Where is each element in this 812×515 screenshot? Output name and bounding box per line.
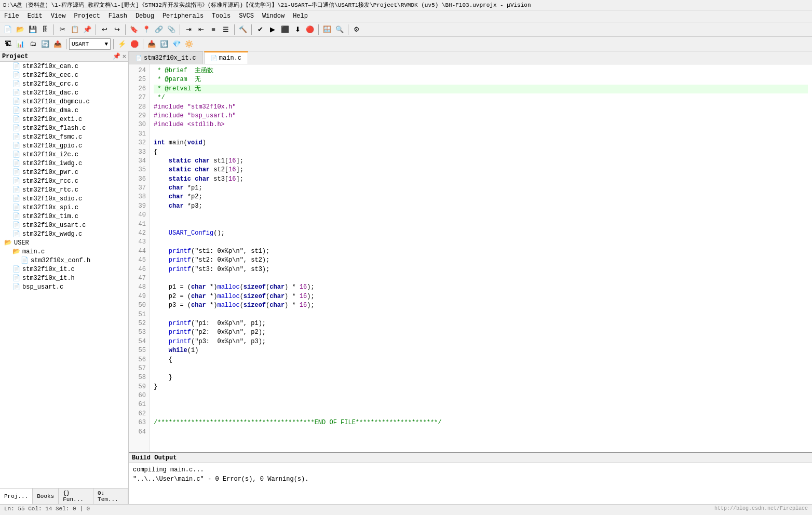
tree-item[interactable]: 📄stm32f10x_dma.c: [0, 106, 128, 115]
target-dropdown[interactable]: USART ▼: [69, 38, 111, 50]
tree-item[interactable]: 📄stm32f10x_can.c: [0, 62, 128, 71]
format1-btn[interactable]: ≡: [208, 24, 219, 35]
menu-project[interactable]: Project: [70, 11, 104, 21]
unindent-btn[interactable]: ⇤: [195, 24, 207, 35]
search-btn[interactable]: 🔍: [334, 24, 345, 35]
file-icon: 📄: [12, 204, 20, 211]
tb2-dl3-btn[interactable]: 💎: [171, 38, 182, 50]
tree-item[interactable]: 📄stm32f10x_dac.c: [0, 88, 128, 97]
window-btn[interactable]: 🪟: [321, 24, 333, 35]
tree-item[interactable]: 📄stm32f10x_conf.h: [0, 256, 128, 265]
tab-stm32f10x_it-c[interactable]: 📄stm32f10x_it.c: [129, 51, 203, 64]
tree-item[interactable]: 📄stm32f10x_flash.c: [0, 124, 128, 132]
indent-btn[interactable]: ⇥: [183, 24, 194, 35]
build-btn[interactable]: 🔨: [237, 24, 249, 35]
tree-item[interactable]: 📄bsp_usart.c: [0, 282, 128, 291]
panel-tab-3[interactable]: 0↓ Tem...: [93, 489, 128, 504]
tree-item[interactable]: 📄stm32f10x_exti.c: [0, 115, 128, 124]
menu-tools[interactable]: Tools: [208, 11, 235, 21]
tree-item[interactable]: 📄stm32f10x_pwr.c: [0, 168, 128, 177]
line-num: 53: [132, 328, 146, 337]
tree-item[interactable]: 📄stm32f10x_sdio.c: [0, 194, 128, 203]
file-icon: 📄: [12, 177, 20, 185]
tree-item[interactable]: 📄stm32f10x_tim.c: [0, 212, 128, 221]
save-btn[interactable]: 💾: [27, 24, 38, 35]
tree-item[interactable]: 📄stm32f10x_rcc.c: [0, 177, 128, 185]
tree-item[interactable]: 📄stm32f10x_it.c: [0, 265, 128, 274]
undo-btn[interactable]: ↩: [99, 24, 110, 35]
tree-item[interactable]: 📄stm32f10x_it.h: [0, 274, 128, 282]
menu-peripherals[interactable]: Peripherals: [158, 11, 208, 21]
menu-edit[interactable]: Edit: [23, 11, 47, 21]
redo-btn[interactable]: ↪: [111, 24, 123, 35]
code-content[interactable]: * @brief 主函数 * @param 无 * @retval 无 */ #…: [150, 64, 812, 452]
file-icon: 📄: [12, 71, 20, 79]
code-line: {: [154, 148, 808, 157]
tree-item-label: stm32f10x_dac.c: [22, 89, 78, 97]
format2-btn[interactable]: ☰: [220, 24, 232, 35]
tb2-dl4-btn[interactable]: 🔆: [183, 38, 195, 50]
tb2-btn3[interactable]: 🗂: [27, 38, 38, 50]
tb2-btn5[interactable]: 📤: [52, 38, 63, 50]
tree-item[interactable]: 📄stm32f10x_i2c.c: [0, 150, 128, 159]
bookmark3-btn[interactable]: 🔗: [153, 24, 165, 35]
menu-file[interactable]: File: [0, 11, 23, 21]
panel-tab-0[interactable]: Proj...: [0, 489, 33, 504]
new-file-btn[interactable]: 📄: [2, 24, 13, 35]
code-editor[interactable]: 2425262728293031323334353637383940414243…: [129, 64, 812, 452]
tb2-btn1[interactable]: 🏗: [2, 38, 13, 50]
tree-item-label: stm32f10x_tim.c: [22, 213, 78, 220]
run-btn[interactable]: ▶: [267, 24, 278, 35]
code-line: [154, 410, 808, 418]
debug-btn[interactable]: 🔴: [304, 24, 316, 35]
save-all-btn[interactable]: 🗄: [39, 24, 51, 35]
file-icon: 📄: [12, 142, 20, 150]
open-btn[interactable]: 📂: [15, 24, 26, 35]
check-btn[interactable]: ✔: [254, 24, 266, 35]
code-line: * @param 无: [154, 75, 808, 84]
tree-item[interactable]: 📄stm32f10x_cec.c: [0, 71, 128, 79]
tb2-run-btn[interactable]: ⚡: [116, 38, 128, 50]
panel-pin-btn[interactable]: 📌: [113, 52, 120, 60]
tb2-dl2-btn[interactable]: 🔃: [158, 38, 170, 50]
menu-svcs[interactable]: SVCS: [235, 11, 258, 21]
tree-item[interactable]: 📄stm32f10x_crc.c: [0, 79, 128, 88]
tb2-btn4[interactable]: 🔄: [39, 38, 51, 50]
bookmark1-btn[interactable]: 🔖: [128, 24, 140, 35]
tree-item[interactable]: 📄stm32f10x_spi.c: [0, 203, 128, 212]
tb2-stop-btn[interactable]: 🛑: [129, 38, 140, 50]
menu-view[interactable]: View: [47, 11, 70, 21]
tb2-dl1-btn[interactable]: 📥: [146, 38, 157, 50]
tab-main-c[interactable]: 📄main.c: [204, 51, 248, 64]
file-icon: 📄: [12, 230, 20, 238]
tree-item[interactable]: 📄stm32f10x_usart.c: [0, 221, 128, 229]
settings-btn[interactable]: ⚙: [351, 24, 362, 35]
tree-item[interactable]: 📄stm32f10x_fsmc.c: [0, 132, 128, 141]
menu-help[interactable]: Help: [289, 11, 312, 21]
tree-item[interactable]: 📄stm32f10x_wwdg.c: [0, 229, 128, 238]
panel-close-btn[interactable]: ✕: [123, 52, 126, 60]
bookmark2-btn[interactable]: 📍: [141, 24, 152, 35]
menu-flash[interactable]: Flash: [104, 11, 131, 21]
file-icon: 📄: [12, 89, 20, 97]
menu-debug[interactable]: Debug: [131, 11, 158, 21]
cut-btn[interactable]: ✂: [57, 24, 68, 35]
panel-tab-1[interactable]: Books: [33, 489, 59, 504]
file-icon: 📄: [12, 168, 20, 176]
code-line: [154, 391, 808, 400]
download-btn[interactable]: ⬇: [292, 24, 303, 35]
tree-item[interactable]: 📄stm32f10x_iwdg.c: [0, 159, 128, 168]
bookmark4-btn[interactable]: 📎: [166, 24, 177, 35]
build-output-panel: Build Output compiling main.c..."..\..\U…: [129, 452, 812, 504]
paste-btn[interactable]: 📌: [82, 24, 93, 35]
tree-item[interactable]: 📄stm32f10x_dbgmcu.c: [0, 97, 128, 106]
tree-item[interactable]: 📂main.c: [0, 247, 128, 256]
stop-btn[interactable]: ⬛: [279, 24, 291, 35]
menu-window[interactable]: Window: [258, 11, 289, 21]
panel-tab-2[interactable]: {} Fun...: [59, 489, 93, 504]
tree-item[interactable]: 📄stm32f10x_gpio.c: [0, 141, 128, 150]
tree-item[interactable]: 📂USER: [0, 238, 128, 247]
tb2-btn2[interactable]: 📊: [15, 38, 26, 50]
tree-item[interactable]: 📄stm32f10x_rtc.c: [0, 185, 128, 194]
copy-btn[interactable]: 📋: [69, 24, 80, 35]
